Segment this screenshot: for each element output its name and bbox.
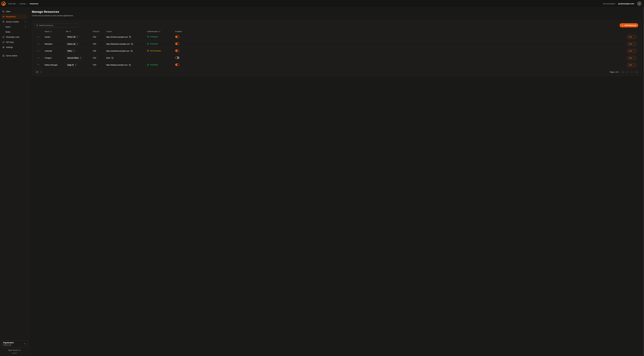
resource-name: Postgres xyxy=(45,57,52,59)
copy-icon[interactable] xyxy=(112,57,113,59)
site-link-button[interactable]: Second Office xyxy=(66,56,83,60)
sidebar-item-label: Shareable Links xyxy=(6,36,20,38)
sidebar-item-resources[interactable]: Resources xyxy=(1,14,28,19)
row-menu-button[interactable]: ··· xyxy=(37,57,40,59)
row-menu-button[interactable]: ··· xyxy=(37,36,40,38)
edit-button[interactable]: Edit xyxy=(627,35,636,39)
enabled-toggle[interactable] xyxy=(175,36,179,38)
app-logo[interactable] xyxy=(1,1,6,6)
row-menu-button[interactable]: ··· xyxy=(37,43,40,45)
last-page-button[interactable] xyxy=(634,70,638,74)
enabled-toggle[interactable] xyxy=(175,56,179,59)
breadcrumb-section[interactable]: settings xyxy=(20,3,26,5)
sort-icon[interactable] xyxy=(70,31,71,32)
sidebar-item-api-keys[interactable]: API Keys xyxy=(1,40,28,44)
previous-page-button[interactable] xyxy=(626,70,629,74)
chevron-right-icon xyxy=(17,3,18,4)
copy-icon[interactable] xyxy=(131,43,133,45)
sidebar-item-label: API Keys xyxy=(6,41,14,43)
sidebar-item-shareable-links[interactable]: Shareable Links xyxy=(1,35,28,39)
scrollbar[interactable] xyxy=(643,8,644,356)
organization-value: Home Lab xyxy=(3,344,24,346)
column-header-protocol: Protocol xyxy=(93,30,99,32)
sidebar-item-sites[interactable]: Sites xyxy=(1,9,28,14)
copy-icon[interactable] xyxy=(131,50,133,52)
table-row: ··· Postgres Second Office TCP 5432 xyxy=(35,54,638,61)
next-page-button[interactable] xyxy=(630,70,634,74)
arrow-right-icon xyxy=(633,43,635,45)
page-size-select[interactable]: 20 xyxy=(35,70,43,74)
enabled-toggle[interactable] xyxy=(175,64,179,66)
sort-icon[interactable] xyxy=(50,31,52,32)
row-menu-button[interactable]: ··· xyxy=(37,64,40,66)
edit-button[interactable]: Edit xyxy=(627,49,636,53)
auth-status-protected: Protected xyxy=(147,36,158,38)
organization-selector[interactable]: Organization Home Lab xyxy=(1,340,28,347)
chevron-right-icon xyxy=(27,3,28,4)
auth-status-protected: Protected xyxy=(147,64,158,66)
site-pill-label: Office xyxy=(68,50,72,52)
resource-name: Bitwarden xyxy=(45,43,52,45)
breadcrumb-org[interactable]: home-lab xyxy=(8,3,16,5)
edit-button-label: Edit xyxy=(629,36,632,38)
open-source-label: Open Source xyxy=(8,349,18,351)
row-menu-button[interactable]: ··· xyxy=(37,50,40,52)
edit-button[interactable]: Edit xyxy=(627,56,636,60)
table-header-row: Name Site Protocol xyxy=(35,30,638,34)
sidebar-item-settings[interactable]: Settings xyxy=(1,45,28,50)
sort-icon[interactable] xyxy=(159,31,160,32)
enabled-toggle[interactable] xyxy=(175,42,179,45)
external-link-icon xyxy=(19,350,20,351)
table-row: ··· Immich Home Lab TCP https://immich.e… xyxy=(35,34,638,40)
sidebar-item-server-admin[interactable]: Server Admin xyxy=(1,54,28,58)
topbar: home-lab settings resources Documentatio… xyxy=(0,0,644,8)
site-pill-label: Second Office xyxy=(68,57,79,59)
gear-icon xyxy=(2,46,4,48)
edit-button[interactable]: Edit xyxy=(627,42,636,46)
auth-status-label: Protected xyxy=(150,36,158,38)
table-row: ··· Authentik Office TCP https://authent… xyxy=(35,48,638,54)
edit-button[interactable]: Edit xyxy=(627,63,636,67)
add-resource-button[interactable]: Add Resource xyxy=(620,23,638,28)
resource-name: Battery Manager xyxy=(45,64,58,66)
site-pill-label: Home Lab xyxy=(68,43,76,45)
copy-icon[interactable] xyxy=(129,36,131,38)
site-link-button[interactable]: Home Lab xyxy=(66,42,80,46)
table-bottom-border xyxy=(35,68,638,68)
protocol-value: TCP xyxy=(93,64,96,66)
chevrons-up-down-icon xyxy=(24,343,26,345)
breadcrumb-page[interactable]: resources xyxy=(30,3,38,5)
user-email[interactable]: joe@example.com xyxy=(618,3,634,5)
sidebar-item-roles[interactable]: Roles xyxy=(1,30,28,34)
plus-icon xyxy=(622,24,624,26)
open-source-link[interactable]: Open Source xyxy=(1,349,28,351)
sidebar-item-users[interactable]: Users xyxy=(1,24,28,29)
documentation-link[interactable]: Documentation xyxy=(603,3,615,5)
column-header-authentication: Authentication xyxy=(147,30,158,32)
add-resource-label: Add Resource xyxy=(624,24,636,26)
enabled-toggle[interactable] xyxy=(175,50,179,52)
arrow-up-right-icon xyxy=(76,43,78,45)
copy-icon[interactable] xyxy=(129,64,131,66)
edit-button-label: Edit xyxy=(629,43,632,45)
arrow-up-right-icon xyxy=(76,36,78,38)
resource-name: Immich xyxy=(45,36,50,38)
edit-button-label: Edit xyxy=(629,57,632,59)
sidebar-item-label: Server Admin xyxy=(6,55,17,57)
first-page-button[interactable] xyxy=(621,70,624,74)
shield-check-icon xyxy=(147,36,149,38)
site-link-button[interactable]: Edge 01 xyxy=(66,63,78,67)
avatar[interactable]: J xyxy=(637,1,642,6)
edit-button-label: Edit xyxy=(629,50,632,52)
column-header-site: Site xyxy=(66,30,68,32)
sidebar-item-access-control[interactable]: Access Control xyxy=(1,20,28,24)
search-input-wrap xyxy=(35,23,79,28)
search-input[interactable] xyxy=(39,24,77,26)
auth-status-protected: Protected xyxy=(147,43,158,45)
site-link-button[interactable]: Office xyxy=(66,49,76,53)
column-header-access: Access xyxy=(106,30,112,32)
site-link-button[interactable]: Home Lab xyxy=(66,35,80,39)
sidebar-item-label: Access Control xyxy=(6,21,19,23)
auth-status-label: - xyxy=(147,57,148,59)
protocol-value: TCP xyxy=(93,36,96,38)
